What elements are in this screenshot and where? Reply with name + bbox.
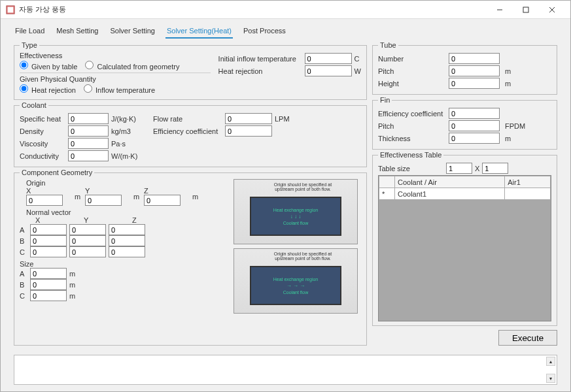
z-label: Z (144, 187, 148, 195)
flow-rate-label: Flow rate (153, 115, 222, 123)
nb-x-input[interactable] (30, 235, 67, 246)
eff-table-header-1: Coolant / Air (395, 176, 505, 188)
origin-y-input[interactable] (85, 195, 122, 206)
geometry-legend: Component Geometry (20, 169, 94, 176)
viscosity-unit: Pa·s (111, 140, 140, 148)
size-b-input[interactable] (30, 279, 67, 290)
geometry-group: Component Geometry Origin Xm Ym Zm Norma… (14, 169, 367, 346)
svg-rect-1 (8, 7, 14, 12)
size-label: Size (20, 260, 33, 268)
app-window: 자동 가상 풍동 File Load Mesh Setting Solver S… (0, 0, 571, 392)
fin-eff-label: Efficiency coefficient (378, 110, 446, 118)
radio-inflow-temp[interactable]: Inflow temperature (84, 84, 155, 94)
type-legend: Type (20, 41, 39, 49)
nc-y-input[interactable] (69, 246, 106, 257)
coolant-legend: Coolant (20, 101, 48, 109)
fin-group: Fin Efficiency coefficient PitchFPDM Thi… (372, 96, 557, 150)
flow-rate-input[interactable] (225, 113, 272, 124)
origin-z-input[interactable] (144, 195, 181, 206)
table-size-label: Table size (378, 165, 443, 172)
na-x-input[interactable] (30, 224, 67, 235)
fin-legend: Fin (378, 96, 392, 104)
eff-coef-label: Efficiency coefficient (153, 127, 222, 135)
given-phys-label: Given Physical Quantity (20, 75, 96, 83)
tube-height-label: Height (378, 80, 446, 88)
coolant-group: Coolant Specific heatJ/(kg·K) Densitykg/… (14, 101, 367, 167)
close-button[interactable] (539, 2, 565, 18)
heat-rej-input[interactable] (305, 65, 352, 76)
tube-group: Tube Number Pitchm Heightm (372, 41, 557, 95)
fin-pitch-label: Pitch (378, 122, 446, 130)
type-group: Type Effectiveness Given by table Calcul… (14, 41, 367, 100)
tube-number-input[interactable] (449, 53, 500, 64)
radio-calc-from-geom[interactable]: Calculated from geometry (85, 61, 179, 71)
heat-rej-label: Heat rejection (218, 67, 302, 75)
specific-heat-input[interactable] (68, 113, 109, 124)
svg-rect-3 (523, 7, 528, 12)
execute-button[interactable]: Execute (498, 330, 557, 346)
nb-y-input[interactable] (69, 235, 106, 246)
tube-number-label: Number (378, 55, 446, 63)
eff-table-cell[interactable]: Coolant1 (395, 188, 505, 200)
app-icon (6, 5, 15, 14)
tab-solver-setting-heat[interactable]: Solver Setting(Heat) (165, 24, 233, 39)
size-c-input[interactable] (30, 290, 67, 301)
na-z-input[interactable] (109, 224, 145, 235)
log-panel: ▴ ▾ (14, 355, 557, 385)
minimize-button[interactable] (487, 2, 513, 18)
initial-inflow-unit: C (355, 55, 360, 63)
tube-height-input[interactable] (449, 78, 500, 89)
scroll-up-icon[interactable]: ▴ (546, 357, 555, 366)
maximize-button[interactable] (513, 2, 539, 18)
radio-given-by-table[interactable]: Given by table (20, 61, 77, 71)
conductivity-label: Conductivity (20, 152, 65, 160)
tab-post-process[interactable]: Post Process (242, 24, 287, 39)
fin-thick-input[interactable] (449, 133, 500, 144)
fin-eff-input[interactable] (449, 108, 500, 119)
tab-solver-setting[interactable]: Solver Setting (109, 24, 156, 39)
nc-x-input[interactable] (30, 246, 67, 257)
tab-file-load[interactable]: File Load (14, 24, 46, 39)
eff-table-group: Effectiveness Table Table size X Coolant… (372, 151, 557, 326)
radio-heat-rejection[interactable]: Heat rejection (20, 84, 76, 94)
titlebar: 자동 가상 풍동 (1, 1, 570, 19)
tube-pitch-input[interactable] (449, 65, 500, 76)
effectiveness-label: Effectiveness (20, 52, 62, 59)
scroll-down-icon[interactable]: ▾ (546, 374, 555, 383)
x-label: X (26, 187, 31, 195)
y-label: Y (85, 187, 90, 195)
eff-table-grid[interactable]: Coolant / AirAir1 *Coolant1 (378, 175, 551, 321)
eff-coef-input[interactable] (225, 125, 272, 137)
eff-table-header-2: Air1 (505, 176, 551, 188)
table-row: *Coolant1 (379, 188, 551, 200)
conductivity-input[interactable] (68, 150, 109, 161)
heat-rej-unit: W (355, 67, 361, 75)
geometry-diagram-1: Origin should be specified at upstream p… (234, 179, 358, 244)
eff-table-cell[interactable] (505, 188, 551, 200)
nb-z-input[interactable] (109, 235, 145, 246)
geometry-diagram-2: Origin should be specified at upstream p… (234, 248, 358, 314)
table-rows-input[interactable] (446, 163, 472, 174)
na-y-input[interactable] (69, 224, 106, 235)
viscosity-label: Viscosity (20, 140, 65, 148)
fin-thick-label: Thickness (378, 135, 446, 142)
origin-label: Origin (26, 179, 45, 187)
viscosity-input[interactable] (68, 138, 109, 149)
normal-label: Normal vector (26, 208, 71, 216)
tube-legend: Tube (378, 41, 398, 49)
tab-mesh-setting[interactable]: Mesh Setting (55, 24, 99, 39)
initial-inflow-input[interactable] (305, 53, 352, 64)
density-unit: kg/m3 (111, 127, 140, 135)
nc-z-input[interactable] (109, 246, 145, 257)
density-label: Density (20, 127, 65, 135)
specific-heat-label: Specific heat (20, 115, 65, 123)
origin-x-input[interactable] (26, 195, 63, 206)
size-a-input[interactable] (30, 268, 67, 279)
eff-table-legend: Effectiveness Table (378, 151, 443, 159)
initial-inflow-label: Initial inflow temperature (218, 55, 302, 63)
table-cols-input[interactable] (482, 163, 508, 174)
flow-rate-unit: LPM (275, 115, 303, 123)
density-input[interactable] (68, 125, 109, 137)
fin-pitch-input[interactable] (449, 120, 500, 131)
conductivity-unit: W/(m·K) (111, 152, 140, 160)
